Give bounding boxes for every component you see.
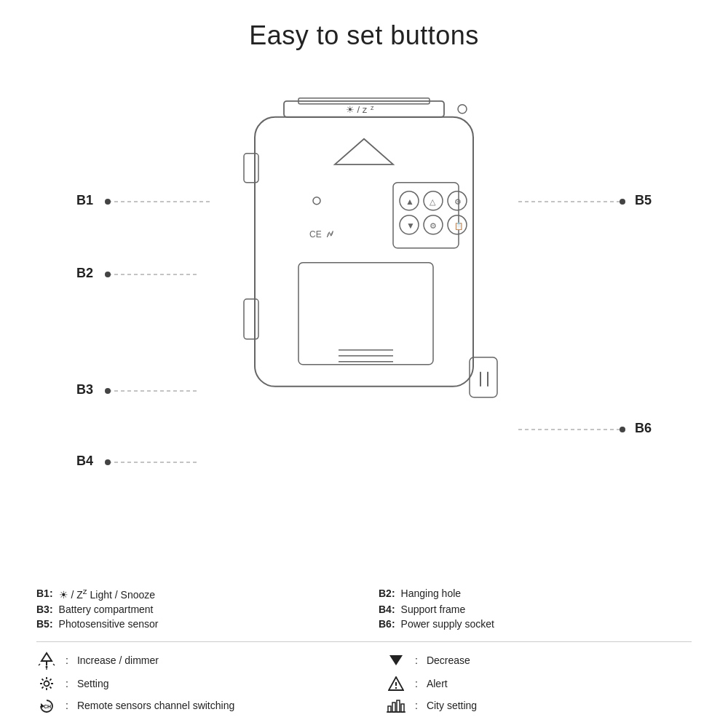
svg-text:🗲: 🗲 [326,230,334,239]
svg-text:⚙: ⚙ [430,221,437,230]
svg-point-4 [458,105,467,114]
legend-B3-label: B3: [36,604,53,615]
svg-rect-60 [401,704,404,712]
label-B6: B6 [635,421,652,436]
btn-alert: : Alert [386,676,692,692]
svg-rect-14 [393,183,459,248]
svg-point-51 [44,681,50,686]
legend-B4-label: B4: [379,604,395,615]
city-icon [386,697,406,713]
svg-marker-11 [335,139,393,165]
svg-rect-59 [397,700,400,712]
svg-rect-7 [244,299,258,339]
legend-B3-text: Battery compartment [59,604,154,615]
svg-point-31 [313,197,320,205]
svg-point-39 [105,388,111,394]
city-label: City setting [427,700,477,711]
legend-grid: B1: ☀ / Zz Light / Snooze B2: Hanging ho… [36,586,692,630]
svg-point-33 [105,199,111,205]
svg-rect-27 [298,263,433,365]
svg-rect-5 [255,117,473,387]
legend-B3: B3: Battery compartment [36,604,349,615]
legend-B4-text: Support frame [401,604,466,615]
svg-line-48 [53,664,55,665]
setting-label: Setting [77,678,109,689]
decrease-icon [386,652,406,668]
legend-B6-text: Power supply socket [401,618,494,630]
legend-B2-label: B2: [379,587,395,599]
svg-text:⚙: ⚙ [454,197,462,206]
svg-text:z: z [371,104,374,111]
svg-text:△: △ [430,197,436,206]
button-legend: : Increase / dimmer : Decrease : Setting [36,651,692,714]
svg-point-37 [105,272,111,277]
page-title: Easy to set buttons [0,0,728,51]
btn-increase: : Increase / dimmer [36,651,342,670]
svg-text:CE: CE [309,229,322,240]
svg-marker-44 [41,653,52,661]
label-B1: B1 [76,193,93,208]
diagram-area: ☀ / z z CE 🗲 ▲ △ ⚙ ▼ ⚙ 📋 [0,51,728,488]
label-B5: B5 [635,193,652,208]
legend-B1-text: ☀ / Zz Light / Snooze [59,586,155,601]
svg-point-35 [620,199,625,205]
svg-rect-57 [388,706,391,712]
legend-B2-text: Hanging hole [401,587,462,599]
svg-point-54 [395,687,397,689]
channel-label: Remote sensors channel switching [77,700,234,711]
device-illustration: ☀ / z z CE 🗲 ▲ △ ⚙ ▼ ⚙ 📋 [211,95,517,430]
svg-point-41 [105,459,111,465]
setting-icon [36,676,57,692]
svg-rect-6 [244,154,258,183]
svg-text:▼: ▼ [406,221,415,231]
legend-B5: B5: Photosensitive sensor [36,618,349,630]
legend-B1-label: B1: [36,587,53,599]
legend-B2: B2: Hanging hole [379,586,692,601]
label-B4: B4 [76,454,93,469]
svg-text:☀ / z: ☀ / z [346,104,368,115]
legend-B4: B4: Support frame [379,604,692,615]
alert-icon [386,676,406,691]
legend-B6: B6: Power supply socket [379,618,692,630]
label-B3: B3 [76,382,93,397]
btn-city: : City setting [386,697,692,713]
increase-icon [36,651,57,670]
divider [36,641,692,642]
label-B2: B2 [76,266,93,281]
legend-B6-label: B6: [379,618,395,630]
legend-B1: B1: ☀ / Zz Light / Snooze [36,586,349,601]
svg-text:CH: CH [44,704,51,709]
alert-label: Alert [427,678,448,689]
btn-decrease: : Decrease [386,651,692,670]
svg-line-47 [39,664,40,665]
svg-marker-50 [389,655,403,665]
increase-label: Increase / dimmer [77,654,159,666]
decrease-label: Decrease [427,654,470,666]
svg-text:📋: 📋 [454,221,464,231]
btn-channel: CH : Remote sensors channel switching [36,697,342,713]
legend-B5-text: Photosensitive sensor [59,618,159,630]
svg-rect-58 [392,703,395,712]
svg-point-43 [620,427,625,432]
btn-setting: : Setting [36,676,342,692]
legend-area: B1: ☀ / Zz Light / Snooze B2: Hanging ho… [36,586,692,713]
channel-icon: CH [36,697,57,713]
legend-B5-label: B5: [36,618,53,630]
svg-text:▲: ▲ [405,197,414,207]
